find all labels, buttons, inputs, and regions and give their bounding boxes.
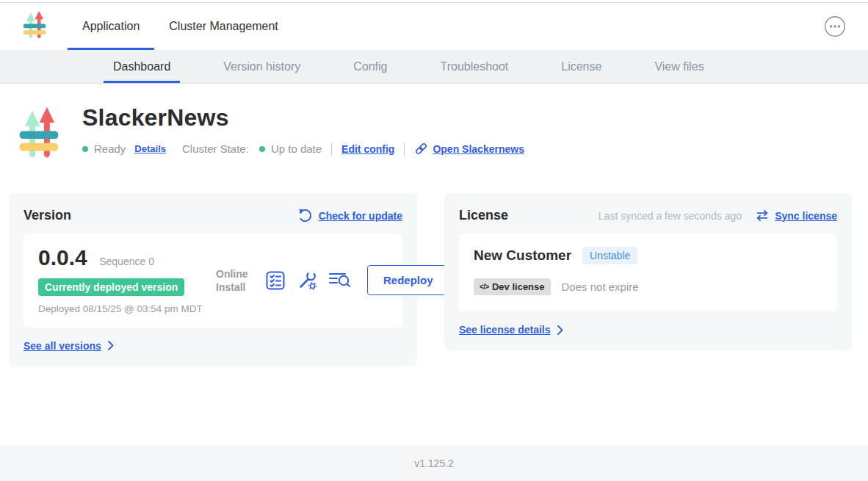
tab-license-label: License xyxy=(561,60,601,73)
tab-dashboard-label: Dashboard xyxy=(113,60,170,73)
app-sub-nav: Dashboard Version history Config Trouble… xyxy=(0,50,868,84)
app-logo-icon-large xyxy=(15,106,63,166)
deployed-timestamp: Deployed 08/15/25 @ 03:54 pm MDT xyxy=(38,303,203,316)
preflight-checks-icon[interactable] xyxy=(265,270,286,291)
cluster-state-label: Cluster State: xyxy=(182,142,249,155)
app-status-text: Ready xyxy=(94,142,126,155)
tab-version-history-label: Version history xyxy=(223,60,300,73)
divider xyxy=(331,142,332,156)
license-type-badge: </> Dev license xyxy=(474,278,551,295)
redeploy-button[interactable]: Redeploy xyxy=(367,265,449,295)
last-synced-text: Last synced a few seconds ago xyxy=(598,210,742,222)
see-all-versions-row[interactable]: See all versions xyxy=(23,340,402,352)
app-logo-icon xyxy=(21,3,48,50)
channel-badge: Unstable xyxy=(582,247,637,264)
chevron-right-icon xyxy=(108,341,114,350)
see-license-details-link[interactable]: See license details xyxy=(459,324,551,336)
divider xyxy=(404,142,405,156)
tab-config-label: Config xyxy=(353,60,387,73)
footer: v1.125.2 xyxy=(0,446,868,481)
see-all-versions-link[interactable]: See all versions xyxy=(23,340,101,352)
sync-license-link[interactable]: Sync license xyxy=(775,210,837,222)
tab-view-files-label: View files xyxy=(654,60,704,73)
license-type-label: Dev license xyxy=(492,281,545,292)
tab-troubleshoot-label: Troubleshoot xyxy=(440,60,508,73)
tab-view-files[interactable]: View files xyxy=(645,50,713,83)
version-number: 0.0.4 xyxy=(38,245,87,270)
version-card-title: Version xyxy=(23,208,71,223)
tab-license[interactable]: License xyxy=(551,50,611,83)
page-title: SlackerNews xyxy=(82,104,524,131)
license-details-panel: New Customer Unstable </> Dev license Do… xyxy=(459,234,837,311)
details-link[interactable]: Details xyxy=(134,143,166,154)
app-status-row: Ready Details Cluster State: Up to date … xyxy=(82,142,524,156)
cluster-state-dot-icon xyxy=(259,146,265,152)
current-version-panel: 0.0.4 Sequence 0 Currently deployed vers… xyxy=(23,234,402,328)
app-header: SlackerNews Ready Details Cluster State:… xyxy=(0,84,868,166)
link-icon xyxy=(414,142,428,156)
sync-icon xyxy=(755,209,770,223)
edit-config-link[interactable]: Edit config xyxy=(341,143,394,155)
refresh-icon xyxy=(297,208,313,223)
see-license-details-row[interactable]: See license details xyxy=(459,324,837,336)
sequence-label: Sequence 0 xyxy=(99,256,154,267)
tab-troubleshoot[interactable]: Troubleshoot xyxy=(430,50,518,83)
license-card: License Last synced a few seconds ago Sy… xyxy=(444,193,852,350)
chevron-right-icon xyxy=(557,325,563,335)
cluster-state-value: Up to date xyxy=(271,142,322,155)
tab-application[interactable]: Application xyxy=(68,3,154,50)
install-type-label: Online Install xyxy=(216,267,254,294)
ellipsis-menu-icon[interactable] xyxy=(824,15,846,37)
license-card-title: License xyxy=(459,208,508,223)
main-nav: Application Cluster Management xyxy=(0,3,868,50)
tab-version-history[interactable]: Version history xyxy=(214,50,310,83)
customer-name: New Customer xyxy=(474,247,571,264)
view-logs-icon[interactable] xyxy=(328,270,351,290)
tab-config[interactable]: Config xyxy=(344,50,397,83)
code-icon: </> xyxy=(480,283,489,291)
tab-cluster-management-label: Cluster Management xyxy=(169,20,278,33)
tab-application-label: Application xyxy=(82,20,140,33)
console-version: v1.125.2 xyxy=(414,458,454,469)
tab-dashboard[interactable]: Dashboard xyxy=(104,50,180,83)
app-status-dot-icon xyxy=(82,146,88,152)
version-card: Version Check for update 0.0.4 Sequence … xyxy=(9,193,417,366)
check-for-update-link[interactable]: Check for update xyxy=(319,210,402,222)
open-app-link[interactable]: Open Slackernews xyxy=(433,143,524,155)
license-expiration: Does not expire xyxy=(562,281,639,293)
tab-cluster-management[interactable]: Cluster Management xyxy=(154,3,293,50)
deployed-status-badge: Currently deployed version xyxy=(38,278,184,296)
config-wrench-icon[interactable] xyxy=(297,270,317,291)
